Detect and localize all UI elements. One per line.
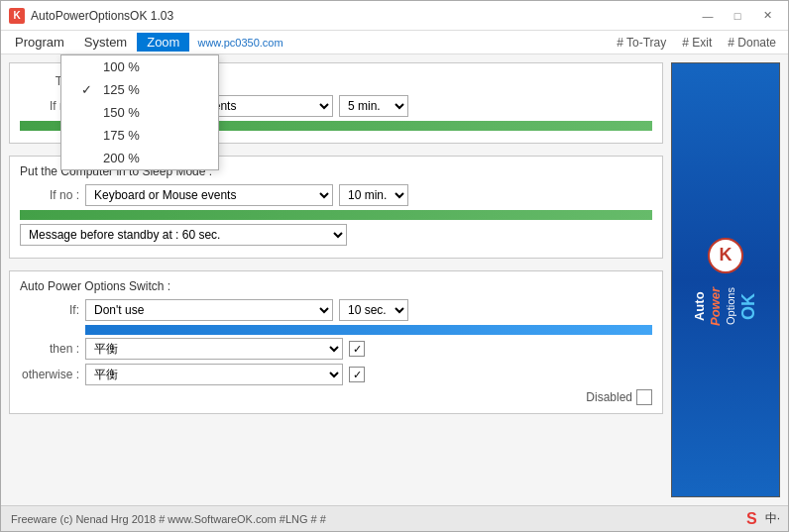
logo-ok: OK bbox=[738, 293, 758, 320]
zoom-100-check bbox=[81, 59, 97, 74]
menu-system[interactable]: System bbox=[74, 33, 137, 52]
power-progress bbox=[85, 325, 652, 335]
sleep-event-row: If no : Keyboard or Mouse events 10 min. bbox=[20, 184, 652, 206]
sleep-progress bbox=[20, 210, 652, 220]
zoom-dropdown: 100 % ✓ 125 % 150 % 175 % 200 % bbox=[60, 54, 219, 170]
status-icon-zh: 中· bbox=[765, 510, 780, 527]
status-bar: Freeware (c) Nenad Hrg 2018 # www.Softwa… bbox=[1, 505, 788, 531]
turn-off-time-select[interactable]: 5 min. bbox=[339, 95, 408, 117]
logo-auto: Auto bbox=[692, 292, 707, 322]
menu-zoom[interactable]: Zoom bbox=[137, 33, 189, 52]
to-tray-button[interactable]: # To-Tray bbox=[617, 36, 666, 50]
otherwise-label: otherwise : bbox=[20, 368, 79, 381]
sleep-message-select[interactable]: Message before standby at : 60 sec. bbox=[20, 224, 347, 246]
power-otherwise-select[interactable]: 平衡 bbox=[85, 364, 343, 385]
zoom-150-label: 150 % bbox=[103, 105, 140, 120]
zoom-200-check bbox=[81, 151, 97, 165]
zoom-100-label: 100 % bbox=[103, 59, 140, 74]
then-label: then : bbox=[20, 342, 79, 356]
window-controls: — □ ✕ bbox=[695, 6, 780, 26]
exit-button[interactable]: # Exit bbox=[682, 36, 712, 50]
disabled-row: Disabled bbox=[20, 389, 652, 405]
zoom-200[interactable]: 200 % bbox=[61, 147, 218, 169]
zoom-175-label: 175 % bbox=[103, 128, 140, 143]
disabled-checkbox[interactable] bbox=[636, 389, 652, 405]
zoom-175[interactable]: 175 % bbox=[61, 124, 218, 147]
status-right-icons: S 中· bbox=[746, 510, 780, 528]
power-if-time-select[interactable]: 10 sec. bbox=[339, 299, 408, 321]
power-if-row: If: Don't use 10 sec. bbox=[20, 299, 652, 321]
zoom-150[interactable]: 150 % bbox=[61, 101, 218, 124]
then-checkbox[interactable]: ✓ bbox=[349, 341, 365, 357]
maximize-button[interactable]: □ bbox=[725, 6, 750, 26]
zoom-175-check bbox=[81, 128, 97, 143]
minimize-button[interactable]: — bbox=[695, 6, 721, 26]
app-icon: K bbox=[9, 8, 25, 24]
status-icon-s: S bbox=[746, 510, 757, 528]
status-text: Freeware (c) Nenad Hrg 2018 # www.Softwa… bbox=[11, 513, 326, 525]
zoom-125-check: ✓ bbox=[81, 82, 97, 97]
close-button[interactable]: ✕ bbox=[754, 6, 780, 26]
power-then-select[interactable]: 平衡 bbox=[85, 338, 343, 360]
power-then-row: then : 平衡 ✓ bbox=[20, 338, 652, 360]
power-if-label: If: bbox=[20, 303, 79, 317]
disabled-label: Disabled bbox=[586, 390, 632, 404]
donate-button[interactable]: # Donate bbox=[728, 36, 776, 50]
zoom-150-check bbox=[81, 105, 97, 120]
logo-panel: K Auto Power Options OK bbox=[671, 62, 780, 497]
otherwise-checkbox[interactable]: ✓ bbox=[349, 367, 365, 382]
sleep-event-select[interactable]: Keyboard or Mouse events bbox=[85, 184, 333, 206]
k-logo-icon: K bbox=[708, 238, 743, 273]
power-otherwise-row: otherwise : 平衡 ✓ bbox=[20, 364, 652, 385]
sleep-if-no-label: If no : bbox=[20, 188, 79, 202]
sleep-message-row: Message before standby at : 60 sec. bbox=[20, 224, 652, 246]
sleep-time-select[interactable]: 10 min. bbox=[339, 184, 408, 206]
sleep-section: Put the Computer in to Sleep Mode : If n… bbox=[9, 156, 663, 259]
power-switch-title: Auto Power Options Switch : bbox=[20, 279, 652, 293]
logo-power: Power bbox=[707, 287, 722, 326]
zoom-125-label: 125 % bbox=[103, 82, 140, 97]
zoom-100[interactable]: 100 % bbox=[61, 55, 218, 78]
menu-program[interactable]: Program bbox=[5, 33, 74, 52]
title-bar: K AutoPowerOptionsOK 1.03 — □ ✕ bbox=[1, 1, 788, 31]
window-title: AutoPowerOptionsOK 1.03 bbox=[31, 9, 695, 23]
zoom-200-label: 200 % bbox=[103, 151, 140, 165]
power-if-select[interactable]: Don't use bbox=[85, 299, 333, 321]
logo-options: Options bbox=[725, 288, 736, 326]
menu-bar: Program System Zoom www.pc0350.com 100 %… bbox=[1, 31, 788, 54]
zoom-125[interactable]: ✓ 125 % bbox=[61, 78, 218, 101]
power-switch-section: Auto Power Options Switch : If: Don't us… bbox=[9, 270, 663, 414]
main-window: K AutoPowerOptionsOK 1.03 — □ ✕ Program … bbox=[0, 0, 789, 532]
watermark-text: www.pc0350.com bbox=[197, 37, 282, 49]
header-actions: # To-Tray # Exit # Donate bbox=[617, 31, 776, 54]
